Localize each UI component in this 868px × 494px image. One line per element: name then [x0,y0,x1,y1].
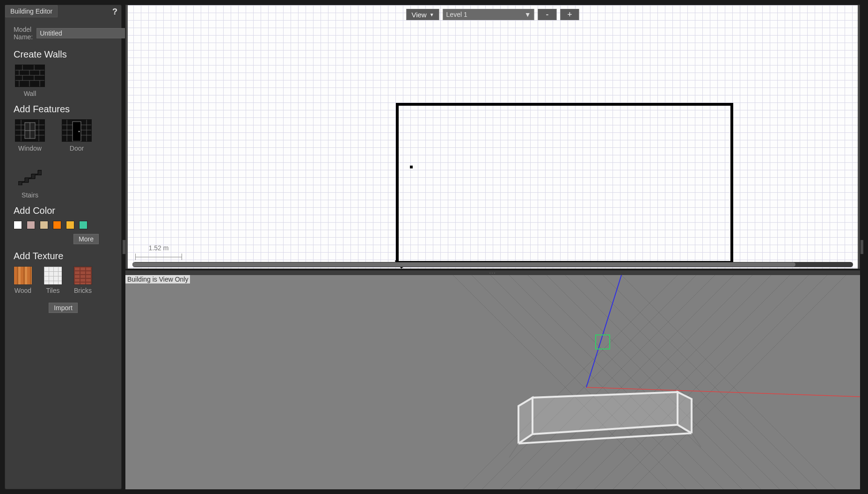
svg-line-37 [547,275,809,489]
color-swatch-2[interactable] [40,221,48,229]
svg-marker-31 [18,170,42,185]
palette-item-door-label: Door [70,145,84,152]
add-level-button[interactable]: + [561,9,579,20]
svg-line-41 [434,275,696,489]
sidebar-body: Model Name: Create Walls [5,19,121,489]
palette-features: Window Door [14,119,113,199]
svg-line-47 [547,275,809,489]
texture-item-tiles[interactable]: Tiles [44,266,62,294]
preview-3d-pane[interactable]: Building is View Only [125,275,860,489]
svg-line-38 [565,275,827,489]
pane-splitter[interactable]: ··· [125,270,860,275]
svg-marker-54 [678,392,692,433]
svg-line-42 [453,275,715,489]
palette-item-door[interactable]: Door [60,119,93,152]
import-row: Import [14,303,113,313]
color-swatch-5[interactable] [79,221,88,229]
scale-indicator: 1.52 m [135,244,182,260]
svg-line-43 [472,275,734,489]
floorplan-h-scrollbar[interactable] [132,262,853,267]
stairs-icon [15,166,45,189]
texture-wood-label: Wood [15,287,31,294]
palette-item-stairs-label: Stairs [22,191,38,199]
preview-3d-scene [125,275,860,489]
chevron-down-icon: ▼ [430,12,434,17]
svg-line-34 [490,275,752,489]
texture-bricks-label: Bricks [74,287,92,294]
more-colors-button[interactable]: More [73,234,99,244]
view-dropdown-button[interactable]: View ▼ [406,9,439,20]
texture-item-bricks[interactable]: Bricks [73,266,92,294]
import-button[interactable]: Import [49,303,78,313]
floorplan-toolbar: View ▼ Level 1 ▼ - + [406,9,579,20]
pane-border-right [858,5,860,269]
level-select[interactable]: Level 1 ▼ [443,9,534,20]
window-icon [15,119,45,142]
palette-item-wall[interactable]: Wall [14,65,46,97]
floorplan-room-outline[interactable] [396,103,733,264]
chevron-down-icon: ▼ [525,11,531,18]
svg-line-49 [584,275,846,489]
svg-line-55 [518,433,692,443]
axis-z-blue [586,275,621,387]
svg-point-30 [79,131,80,132]
color-swatch-4[interactable] [66,221,74,229]
svg-line-48 [565,275,827,489]
tiles-texture-icon [44,266,62,285]
axis-widget-green [596,335,610,349]
floorplan-2d-pane[interactable]: View ▼ Level 1 ▼ - + 1.52 m [125,5,860,269]
sidebar-tab-building-editor[interactable]: Building Editor [5,5,58,17]
svg-marker-53 [518,398,532,443]
svg-line-39 [584,275,846,489]
building-editor-app: Building Editor ? Model Name: Create Wal… [0,0,868,494]
floorplan-marker-dot[interactable] [410,166,413,168]
view-only-badge: Building is View Only [125,275,190,283]
svg-line-51 [434,275,696,489]
svg-line-36 [528,275,790,489]
texture-tiles-label: Tiles [46,287,59,294]
remove-level-button[interactable]: - [538,9,557,20]
bricks-texture-icon [73,266,92,285]
palette-item-window[interactable]: Window [14,119,46,152]
svg-line-32 [453,275,715,489]
section-add-features: Add Features [14,104,113,115]
svg-line-40 [603,275,860,489]
svg-rect-0 [15,65,44,87]
floorplan-h-scrollbar-thumb[interactable] [132,262,795,267]
svg-line-50 [603,275,860,489]
palette-item-window-label: Window [18,145,42,152]
model-name-label: Model Name: [14,26,33,41]
color-more-row: More [14,234,113,244]
svg-line-46 [528,275,790,489]
view-dropdown-label: View [411,11,426,19]
color-swatches [14,221,113,229]
svg-line-45 [509,275,771,489]
color-swatch-0[interactable] [14,221,22,229]
help-icon[interactable]: ? [112,7,117,17]
scale-value: 1.52 m [149,244,169,252]
palette-item-wall-label: Wall [24,90,36,97]
section-add-texture: Add Texture [14,251,113,262]
color-swatch-3[interactable] [53,221,61,229]
right-resize-handle[interactable] [861,240,863,254]
section-add-color: Add Color [14,205,113,216]
model-name-input[interactable] [36,28,125,38]
wall-icon [15,65,45,87]
palette-walls: Wall [14,65,113,97]
level-select-value: Level 1 [446,11,467,18]
svg-line-56 [509,443,518,458]
svg-line-35 [509,275,771,489]
door-icon [62,119,92,142]
texture-row: Wood Tiles Bricks [14,266,113,294]
sidebar-panel: Building Editor ? Model Name: Create Wal… [5,5,122,489]
svg-line-44 [490,275,752,489]
palette-item-stairs[interactable]: Stairs [14,166,46,199]
scale-rule-icon [135,254,182,260]
section-create-walls: Create Walls [14,49,113,60]
model-name-row: Model Name: [14,26,113,41]
color-swatch-1[interactable] [27,221,35,229]
svg-line-33 [472,275,734,489]
wood-texture-icon [14,266,32,285]
texture-item-wood[interactable]: Wood [14,266,32,294]
pane-border-left [126,5,128,269]
